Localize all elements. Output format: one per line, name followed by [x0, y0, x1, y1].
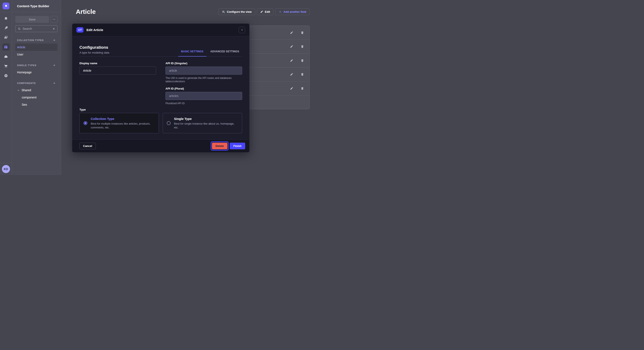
section-head: COMPONENTS — [15, 81, 58, 85]
configure-view-button[interactable]: Configure the view — [218, 8, 255, 15]
trash-icon — [301, 45, 304, 48]
api-id-plural-label: API ID (Plural) — [166, 87, 242, 90]
single-type-description: Best for single instance like about us, … — [174, 122, 235, 130]
strapi-logo-box — [0, 0, 12, 12]
api-id-plural-field: API ID (Plural) Pluralized API ID — [166, 87, 242, 105]
radio-selected-icon[interactable] — [84, 121, 87, 125]
strapi-logo-icon[interactable] — [2, 2, 9, 9]
section-head: COLLECTION TYPES — [15, 38, 58, 42]
trash-icon — [301, 31, 304, 34]
plus-icon — [53, 64, 56, 67]
modal-close-button[interactable] — [239, 27, 245, 33]
config-form: Display name API ID (Singular) The UID i… — [80, 62, 242, 105]
edit-label: Edit — [265, 10, 270, 13]
section-title: SINGLE TYPES — [17, 64, 36, 67]
tab-advanced-settings[interactable]: ADVANCED SETTINGS — [207, 50, 242, 57]
modal-footer: Cancel Delete Finish — [72, 140, 250, 152]
option-text: Single Type Best for single instance lik… — [174, 117, 235, 130]
close-icon — [241, 28, 244, 31]
delete-field-button[interactable] — [299, 29, 305, 35]
edit-field-button[interactable] — [288, 44, 294, 49]
cancel-button[interactable]: Cancel — [80, 143, 96, 149]
single-type-title: Single Type — [174, 117, 235, 121]
sidebar-item-component[interactable]: component — [15, 94, 58, 101]
pencil-icon — [290, 73, 293, 76]
app-root: KD Content-Type Builder Save — [0, 0, 322, 175]
collection-type-option[interactable]: Collection Type Best for multiple instan… — [80, 113, 159, 133]
form-grid-spacer — [80, 87, 156, 105]
settings-gear-icon[interactable] — [2, 72, 10, 79]
sidebar-item-homepage[interactable]: Homepage — [15, 69, 58, 76]
display-name-field: Display name — [80, 62, 156, 83]
delete-button[interactable]: Delete — [212, 143, 228, 149]
section-head: SINGLE TYPES — [15, 63, 58, 67]
search-box[interactable] — [15, 25, 58, 32]
save-row: Save — [15, 16, 58, 23]
edit-field-button[interactable] — [288, 57, 294, 63]
trash-icon — [301, 87, 304, 90]
edit-field-button[interactable] — [288, 29, 294, 35]
radio-unselected-icon[interactable] — [167, 121, 170, 125]
more-horizontal-icon — [52, 18, 56, 21]
section-collection-types: COLLECTION TYPES Article User — [15, 38, 58, 58]
search-icon — [18, 27, 21, 30]
sidebar-item-shared[interactable]: Shared — [15, 87, 58, 94]
media-library-icon[interactable] — [2, 34, 10, 41]
add-collection-type-button[interactable] — [53, 39, 56, 42]
section-components: COMPONENTS — [15, 81, 58, 108]
api-id-plural-helper: Pluralized API ID — [166, 102, 242, 105]
marketplace-cart-icon[interactable] — [2, 62, 10, 70]
delete-field-button[interactable] — [299, 71, 305, 77]
collection-types-list: Article User — [15, 44, 58, 58]
add-another-field-button[interactable]: Add another field — [275, 8, 310, 15]
delete-field-button[interactable] — [299, 57, 305, 63]
sidebar-title: Content-Type Builder — [12, 0, 61, 12]
pencil-icon — [290, 45, 293, 48]
add-component-button[interactable] — [53, 82, 56, 85]
section-single-types: SINGLE TYPES Homepage — [15, 63, 58, 76]
home-icon[interactable] — [2, 15, 10, 22]
sidebar-item-user[interactable]: User — [15, 51, 58, 58]
pencil-icon — [290, 31, 293, 34]
deploy-cloud-icon[interactable] — [2, 53, 10, 60]
section-title: COLLECTION TYPES — [17, 39, 44, 41]
avatar[interactable]: KD — [2, 165, 10, 173]
collection-type-title: Collection Type — [91, 117, 152, 121]
config-heading-block: Configurations A type for modeling data — [80, 45, 109, 56]
rail-nav — [2, 12, 10, 79]
modal-body: Configurations A type for modeling data … — [72, 36, 250, 140]
sidebar-item-seo[interactable]: Seo — [15, 101, 58, 108]
clear-search-button[interactable] — [52, 27, 55, 30]
single-types-list: Homepage — [15, 69, 58, 76]
option-text: Collection Type Best for multiple instan… — [91, 117, 152, 130]
content-type-builder-icon[interactable] — [2, 43, 10, 51]
plus-icon — [53, 82, 56, 85]
tab-basic-settings[interactable]: BASIC SETTINGS — [178, 50, 206, 57]
display-name-label: Display name — [80, 62, 156, 65]
collection-type-description: Best for multiple instances like article… — [91, 122, 152, 130]
nav-rail: KD — [0, 0, 12, 175]
more-options-button[interactable] — [51, 16, 58, 23]
type-label: Type — [80, 108, 242, 111]
type-cards: Collection Type Best for multiple instan… — [80, 113, 242, 133]
sidebar-item-label: Shared — [22, 88, 31, 92]
add-single-type-button[interactable] — [53, 64, 56, 67]
edit-button[interactable]: Edit — [257, 8, 274, 15]
api-id-plural-input — [166, 92, 242, 100]
sidebar-item-article[interactable]: Article — [15, 44, 58, 51]
config-subtitle: A type for modeling data — [80, 51, 109, 56]
edit-field-button[interactable] — [288, 85, 294, 91]
delete-field-button[interactable] — [299, 85, 305, 91]
single-type-option[interactable]: Single Type Best for single instance lik… — [163, 113, 242, 133]
sidebar: Content-Type Builder Save — [12, 0, 61, 175]
save-button[interactable]: Save — [15, 16, 49, 23]
close-icon — [52, 27, 55, 30]
search-input[interactable] — [22, 27, 51, 30]
delete-field-button[interactable] — [299, 44, 305, 49]
edit-article-modal: CT Edit Article Configurations A type fo… — [72, 24, 250, 152]
type-block: Type Collection Type Best for multiple i… — [80, 108, 242, 133]
content-feather-icon[interactable] — [2, 24, 10, 31]
display-name-input[interactable] — [80, 67, 156, 75]
edit-field-button[interactable] — [288, 71, 294, 77]
finish-button[interactable]: Finish — [230, 143, 245, 149]
